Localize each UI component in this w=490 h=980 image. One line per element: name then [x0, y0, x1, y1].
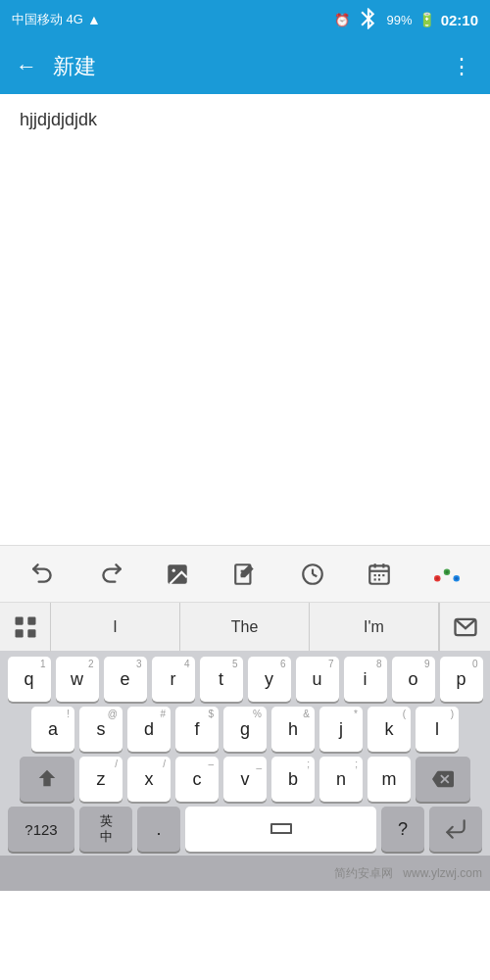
content-area[interactable]: hjjdjdjdjdk — [0, 94, 490, 545]
suggestion-the[interactable]: The — [180, 603, 310, 651]
suggestion-im[interactable]: I'm — [310, 603, 439, 651]
watermark-text: 简约安卓网 www.ylzwj.com — [334, 865, 482, 882]
bottom-row: ?123 英中 . ? — [4, 807, 486, 852]
key-m[interactable]: m — [368, 757, 411, 802]
key-q[interactable]: 1 q — [8, 657, 51, 702]
key-g[interactable]: % g — [223, 707, 267, 752]
key-t[interactable]: 5 t — [200, 657, 243, 702]
status-left: 中国移动 4G ▲ — [12, 11, 101, 28]
key-s[interactable]: @ s — [79, 707, 122, 752]
status-right: ⏰ 99% 🔋 02:10 — [334, 6, 478, 34]
battery-icon: 🔋 — [418, 12, 435, 27]
back-button[interactable]: ← — [16, 54, 37, 79]
key-x[interactable]: / x — [127, 757, 171, 802]
keyboard-toolbar — [0, 545, 490, 602]
number-row: 1 q 2 w 3 e 4 r 5 t 6 y 7 u 8 i — [4, 657, 486, 702]
svg-point-22 — [455, 576, 458, 579]
undo-button[interactable] — [24, 555, 63, 594]
app-bar: ← 新建 ⋮ — [0, 39, 490, 94]
svg-line-7 — [313, 574, 317, 576]
key-o[interactable]: 9 o — [392, 657, 435, 702]
key-y[interactable]: 6 y — [248, 657, 291, 702]
time-text: 02:10 — [441, 12, 478, 28]
key-u[interactable]: 7 u — [296, 657, 339, 702]
svg-rect-25 — [15, 629, 23, 637]
redo-button[interactable] — [91, 555, 130, 594]
page-title: 新建 — [53, 52, 451, 81]
key-n[interactable]: ; n — [319, 757, 363, 802]
key-d[interactable]: # d — [127, 707, 171, 752]
num-switch-button[interactable]: ?123 — [8, 807, 74, 852]
key-e[interactable]: 3 e — [104, 657, 147, 702]
zxcv-row: / z / x – c _ v ; b ; n m — [4, 757, 486, 802]
more-button[interactable]: ⋮ — [451, 54, 474, 79]
key-j[interactable]: * j — [319, 707, 363, 752]
suggestion-bar: I The I'm — [0, 602, 490, 651]
image-button[interactable] — [158, 555, 197, 594]
key-f[interactable]: $ f — [175, 707, 219, 752]
svg-rect-23 — [15, 616, 23, 624]
key-i[interactable]: 8 i — [344, 657, 387, 702]
svg-rect-26 — [27, 629, 35, 637]
key-h[interactable]: & h — [271, 707, 315, 752]
watermark-bar: 简约安卓网 www.ylzwj.com — [0, 856, 490, 891]
key-l[interactable]: ) l — [416, 707, 459, 752]
delete-button[interactable] — [416, 757, 470, 802]
send-button[interactable] — [439, 603, 490, 652]
dots-button[interactable] — [427, 555, 466, 594]
key-v[interactable]: _ v — [223, 757, 267, 802]
svg-point-1 — [172, 568, 175, 571]
enter-button[interactable] — [429, 807, 482, 852]
grid-button[interactable] — [0, 603, 51, 652]
key-k[interactable]: ( k — [368, 707, 411, 752]
key-b[interactable]: ; b — [271, 757, 315, 802]
dot-button[interactable]: . — [137, 807, 180, 852]
key-r[interactable]: 4 r — [152, 657, 195, 702]
calendar-button[interactable] — [360, 555, 399, 594]
key-a[interactable]: ! a — [31, 707, 74, 752]
svg-point-20 — [435, 576, 438, 579]
svg-rect-24 — [27, 616, 35, 624]
note-text: hjjdjdjdjdk — [20, 110, 97, 129]
keyboard: 1 q 2 w 3 e 4 r 5 t 6 y 7 u 8 i — [0, 651, 490, 856]
edit-button[interactable] — [225, 555, 265, 594]
carrier-text: 中国移动 4G — [12, 11, 83, 28]
status-bar: 中国移动 4G ▲ ⏰ 99% 🔋 02:10 — [0, 0, 490, 39]
key-w[interactable]: 2 w — [56, 657, 99, 702]
asdf-row: ! a @ s # d $ f % g & h * j ( k — [4, 707, 486, 752]
key-c[interactable]: – c — [175, 757, 219, 802]
space-button[interactable] — [185, 807, 376, 852]
bluetooth-icon — [356, 6, 381, 34]
key-p[interactable]: 0 p — [440, 657, 483, 702]
alarm-icon: ⏰ — [334, 13, 350, 27]
svg-point-21 — [445, 570, 448, 573]
battery-text: 99% — [387, 13, 413, 27]
clock-button[interactable] — [293, 555, 332, 594]
suggestion-i[interactable]: I — [51, 603, 180, 651]
lang-button[interactable]: 英中 — [79, 807, 132, 852]
key-z[interactable]: / z — [79, 757, 122, 802]
shift-button[interactable] — [20, 757, 74, 802]
question-button[interactable]: ? — [381, 807, 424, 852]
signal-icon: ▲ — [87, 12, 101, 27]
